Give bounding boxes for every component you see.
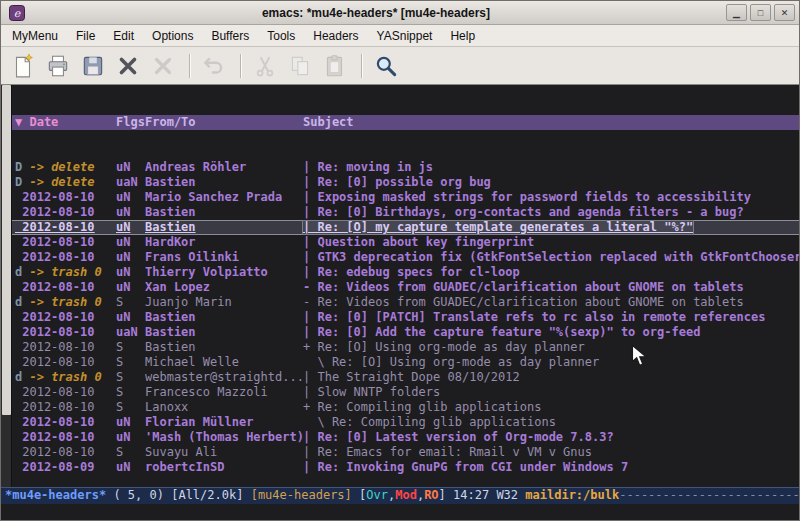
- message-row[interactable]: 2012-08-10SBastien+ Re: [O] Using org-mo…: [12, 340, 799, 355]
- maximize-button[interactable]: □: [750, 4, 771, 21]
- new-file-icon[interactable]: [7, 51, 39, 81]
- subject-cell: | Re: Invoking GnuPG from CGI under Wind…: [303, 460, 628, 475]
- close-button[interactable]: ✕: [774, 4, 795, 21]
- message-date: 2012-08-10: [15, 280, 94, 294]
- subject-cell: | Re: Emacs for email: Rmail v VM v Gnus: [303, 445, 592, 460]
- column-header-date: ▼ Date: [15, 115, 116, 130]
- menu-yasnippet[interactable]: YASnippet: [368, 26, 442, 46]
- modeline-segment-mod: Mod: [395, 488, 417, 502]
- message-row[interactable]: 2012-08-10uNFrans Oilinki| GTK3 deprecat…: [12, 250, 799, 265]
- modeline-segment-ro: RO: [424, 488, 438, 502]
- menu-headers[interactable]: Headers: [304, 26, 367, 46]
- message-date: 2012-08-10: [15, 340, 94, 354]
- menu-buffers[interactable]: Buffers: [202, 26, 258, 46]
- from-cell: Suvayu Ali: [145, 445, 303, 460]
- subject-cell: | The Straight Dope 08/10/2012: [303, 370, 520, 385]
- scrollbar-thumb[interactable]: [2, 85, 11, 415]
- date-cell: 2012-08-10: [15, 221, 116, 234]
- from-cell: Bastien: [145, 205, 303, 220]
- menu-help[interactable]: Help: [441, 26, 484, 46]
- search-icon[interactable]: [370, 51, 402, 81]
- from-cell: Francesco Mazzoli: [145, 385, 303, 400]
- subject-cell: - Re: Videos from GUADEC/clarification a…: [303, 280, 744, 295]
- message-row[interactable]: 2012-08-10uNXan Lopez- Re: Videos from G…: [12, 280, 799, 295]
- date-cell: 2012-08-10: [15, 280, 116, 295]
- modeline-segment-plain: 14:27 W32: [453, 488, 525, 502]
- message-row[interactable]: 2012-08-10SSuvayu Ali| Re: Emacs for ema…: [12, 445, 799, 460]
- message-row[interactable]: 2012-08-10SFrancesco Mazzoli| Slow NNTP …: [12, 385, 799, 400]
- from-cell: Andreas Röhler: [145, 160, 303, 175]
- message-row[interactable]: d -> trash 0uNThierry Volpiatto| Re: ede…: [12, 265, 799, 280]
- scrollbar[interactable]: [1, 85, 12, 487]
- from-cell: Bastien: [145, 325, 303, 340]
- flags-cell: uN: [116, 190, 145, 205]
- flags-cell: uN: [116, 160, 145, 175]
- date-cell: 2012-08-10: [15, 430, 116, 445]
- flags-cell: uaN: [116, 175, 145, 190]
- message-row[interactable]: 2012-08-10uNBastien| Re: [0] [PATCH] Tra…: [12, 310, 799, 325]
- action-marker: -> delete: [29, 160, 94, 174]
- message-row[interactable]: D -> deleteuNAndreas Röhler| Re: moving …: [12, 160, 799, 175]
- from-cell: HardKor: [145, 235, 303, 250]
- message-row[interactable]: 2012-08-10uN'Mash (Thomas Herbert)| Re: …: [12, 430, 799, 445]
- subject-cell: + Re: Compiling glib applications: [303, 400, 541, 415]
- date-cell: d -> trash 0: [15, 265, 116, 280]
- message-date: 2012-08-10: [15, 250, 94, 264]
- from-cell: Xan Lopez: [145, 280, 303, 295]
- minimize-button[interactable]: ▁: [726, 4, 747, 21]
- from-cell: Bastien: [145, 221, 303, 234]
- menu-mymenu[interactable]: MyMenu: [3, 26, 67, 46]
- subject-cell: | Re: [O] my capture template generates …: [303, 221, 693, 234]
- message-row[interactable]: 2012-08-10SMichael Welle \ Re: [O] Using…: [12, 355, 799, 370]
- date-cell: 2012-08-10: [15, 190, 116, 205]
- message-date: 2012-08-09: [15, 460, 94, 474]
- flags-cell: uN: [116, 460, 145, 475]
- subject-cell: | Question about key fingerprint: [303, 235, 534, 250]
- modeline-segment-maildir: maildir:/bulk: [525, 488, 619, 502]
- from-cell: Florian Müllner: [145, 415, 303, 430]
- date-cell: 2012-08-09: [15, 460, 116, 475]
- menu-options[interactable]: Options: [143, 26, 202, 46]
- action-marker: -> trash 0: [29, 295, 101, 309]
- cut-icon: [249, 51, 281, 81]
- column-header-flags: Flgs: [116, 115, 145, 130]
- message-date: 2012-08-10: [15, 430, 94, 444]
- message-row[interactable]: 2012-08-10uNMario Sanchez Prada| Exposin…: [12, 190, 799, 205]
- message-row[interactable]: 2012-08-10uNHardKor| Question about key …: [12, 235, 799, 250]
- toolbar-separator: [361, 54, 363, 78]
- kill-buffer-icon[interactable]: [112, 51, 144, 81]
- message-row[interactable]: 2012-08-10uNFlorian Müllner \ Re: Compil…: [12, 415, 799, 430]
- menu-file[interactable]: File: [67, 26, 104, 46]
- date-cell: 2012-08-10: [15, 400, 116, 415]
- subject-cell: \ Re: Compiling glib applications: [303, 415, 556, 430]
- from-cell: Frans Oilinki: [145, 250, 303, 265]
- message-row[interactable]: 2012-08-10uNBastien| Re: [0] Birthdays, …: [12, 205, 799, 220]
- echo-area[interactable]: [1, 504, 799, 520]
- action-marker: -> trash 0: [29, 265, 101, 279]
- save-icon[interactable]: [77, 51, 109, 81]
- toolbar-separator: [189, 54, 191, 78]
- date-cell: d -> trash 0: [15, 370, 116, 385]
- message-row[interactable]: D -> deleteuaNBastien| Re: [0] possible …: [12, 175, 799, 190]
- from-cell: Juanjo Marin: [145, 295, 303, 310]
- flags-cell: S: [116, 370, 145, 385]
- message-row[interactable]: 2012-08-09uNrobertcInSD| Re: Invoking Gn…: [12, 460, 799, 475]
- menu-edit[interactable]: Edit: [104, 26, 143, 46]
- subject-cell: | Re: [0] Birthdays, org-contacts and ag…: [303, 205, 744, 220]
- modeline-segment-plain: ]: [439, 488, 453, 502]
- message-row[interactable]: 2012-08-10SLanoxx+ Re: Compiling glib ap…: [12, 400, 799, 415]
- window-buttons: ▁□✕: [723, 4, 795, 21]
- print-icon[interactable]: [42, 51, 74, 81]
- message-row[interactable]: d -> trash 0Swebmaster@straightd...| The…: [12, 370, 799, 385]
- close-icon: [147, 51, 179, 81]
- paste-icon: [319, 51, 351, 81]
- message-date: 2012-08-10: [15, 310, 94, 324]
- flags-cell: uN: [116, 235, 145, 250]
- headers-column-header[interactable]: ▼ DateFlgsFrom/ToSubject: [12, 115, 799, 130]
- title-bar[interactable]: e emacs: *mu4e-headers* [mu4e-headers] ▁…: [1, 1, 799, 25]
- subject-cell: | GTK3 deprecation fix (GtkFontSelection…: [303, 250, 799, 265]
- menu-tools[interactable]: Tools: [258, 26, 304, 46]
- message-row[interactable]: d -> trash 0SJuanjo Marin- Re: Videos fr…: [12, 295, 799, 310]
- message-row[interactable]: 2012-08-10uaNBastien| Re: [0] Add the ca…: [12, 325, 799, 340]
- message-row[interactable]: 2012-08-10uNBastien| Re: [O] my capture …: [12, 220, 799, 235]
